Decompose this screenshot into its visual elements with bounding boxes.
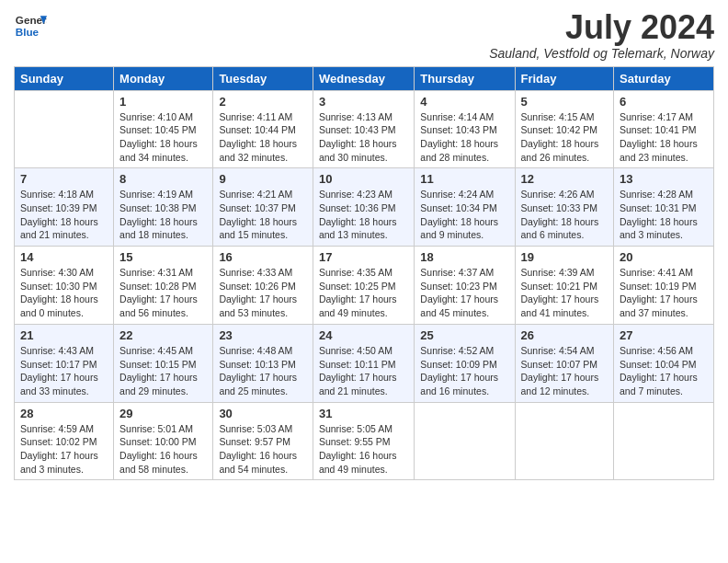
day-number: 8	[119, 172, 207, 186]
day-info: Sunrise: 4:41 AMSunset: 10:19 PMDaylight…	[620, 266, 708, 320]
calendar-cell: 20Sunrise: 4:41 AMSunset: 10:19 PMDaylig…	[614, 247, 714, 325]
calendar-cell	[415, 402, 515, 480]
calendar-header-row: SundayMondayTuesdayWednesdayThursdayFrid…	[15, 66, 714, 90]
day-info: Sunrise: 5:01 AMSunset: 10:00 PMDaylight…	[119, 422, 207, 477]
calendar-cell: 25Sunrise: 4:52 AMSunset: 10:09 PMDaylig…	[415, 324, 515, 402]
calendar-cell: 23Sunrise: 4:48 AMSunset: 10:13 PMDaylig…	[213, 324, 313, 402]
title-area: July 2024 Sauland, Vestfold og Telemark,…	[489, 9, 714, 61]
calendar-cell: 12Sunrise: 4:26 AMSunset: 10:33 PMDaylig…	[515, 168, 614, 247]
calendar-cell	[515, 402, 614, 480]
day-info: Sunrise: 4:43 AMSunset: 10:17 PMDaylight…	[20, 344, 108, 398]
calendar-cell: 19Sunrise: 4:39 AMSunset: 10:21 PMDaylig…	[515, 247, 614, 325]
month-title: July 2024	[489, 9, 714, 46]
day-number: 24	[319, 328, 408, 342]
calendar-header-tuesday: Tuesday	[213, 66, 313, 90]
calendar-cell: 26Sunrise: 4:54 AMSunset: 10:07 PMDaylig…	[515, 324, 614, 402]
day-info: Sunrise: 4:50 AMSunset: 10:11 PMDaylight…	[319, 344, 408, 398]
calendar-cell: 22Sunrise: 4:45 AMSunset: 10:15 PMDaylig…	[114, 324, 213, 402]
day-number: 28	[20, 407, 108, 420]
day-info: Sunrise: 4:11 AMSunset: 10:44 PMDaylight…	[219, 110, 307, 165]
day-number: 10	[319, 172, 408, 186]
calendar-cell: 2Sunrise: 4:11 AMSunset: 10:44 PMDayligh…	[213, 90, 313, 168]
calendar-header-thursday: Thursday	[415, 66, 515, 90]
day-info: Sunrise: 4:52 AMSunset: 10:09 PMDaylight…	[420, 344, 508, 398]
day-number: 17	[319, 250, 408, 264]
calendar-cell: 7Sunrise: 4:18 AMSunset: 10:39 PMDayligh…	[15, 168, 114, 247]
day-number: 25	[420, 328, 508, 342]
day-info: Sunrise: 4:17 AMSunset: 10:41 PMDaylight…	[620, 110, 708, 165]
calendar-cell: 17Sunrise: 4:35 AMSunset: 10:25 PMDaylig…	[313, 247, 414, 325]
day-info: Sunrise: 4:39 AMSunset: 10:21 PMDaylight…	[521, 266, 609, 320]
day-info: Sunrise: 4:14 AMSunset: 10:43 PMDaylight…	[420, 110, 508, 165]
calendar-cell: 30Sunrise: 5:03 AMSunset: 9:57 PMDayligh…	[213, 402, 313, 480]
calendar-cell: 5Sunrise: 4:15 AMSunset: 10:42 PMDayligh…	[515, 90, 614, 168]
day-number: 19	[521, 250, 609, 264]
svg-text:Blue: Blue	[16, 26, 40, 38]
calendar-cell	[15, 90, 114, 168]
day-number: 27	[620, 328, 708, 342]
calendar-header-monday: Monday	[114, 66, 213, 90]
day-number: 16	[219, 250, 307, 264]
day-info: Sunrise: 4:13 AMSunset: 10:43 PMDaylight…	[319, 110, 408, 165]
day-info: Sunrise: 5:03 AMSunset: 9:57 PMDaylight:…	[219, 422, 307, 477]
day-info: Sunrise: 4:30 AMSunset: 10:30 PMDaylight…	[20, 266, 108, 320]
day-number: 13	[620, 172, 708, 186]
day-info: Sunrise: 4:26 AMSunset: 10:33 PMDaylight…	[521, 188, 609, 242]
calendar-cell: 14Sunrise: 4:30 AMSunset: 10:30 PMDaylig…	[15, 247, 114, 325]
day-number: 2	[219, 95, 307, 109]
day-number: 31	[319, 407, 408, 420]
calendar-week-1: 1Sunrise: 4:10 AMSunset: 10:45 PMDayligh…	[15, 90, 714, 168]
day-info: Sunrise: 4:10 AMSunset: 10:45 PMDaylight…	[119, 110, 207, 165]
day-info: Sunrise: 4:21 AMSunset: 10:37 PMDaylight…	[219, 188, 307, 242]
day-number: 30	[219, 407, 307, 420]
calendar-header-sunday: Sunday	[15, 66, 114, 90]
day-info: Sunrise: 4:28 AMSunset: 10:31 PMDaylight…	[620, 188, 708, 242]
day-number: 6	[620, 95, 708, 109]
day-number: 5	[521, 95, 609, 109]
day-number: 7	[20, 172, 108, 186]
calendar-cell: 18Sunrise: 4:37 AMSunset: 10:23 PMDaylig…	[415, 247, 515, 325]
calendar-header-wednesday: Wednesday	[313, 66, 414, 90]
day-info: Sunrise: 4:56 AMSunset: 10:04 PMDaylight…	[620, 344, 708, 398]
day-info: Sunrise: 4:37 AMSunset: 10:23 PMDaylight…	[420, 266, 508, 320]
day-number: 3	[319, 95, 408, 109]
calendar-table: SundayMondayTuesdayWednesdayThursdayFrid…	[14, 66, 714, 481]
day-number: 22	[119, 328, 207, 342]
calendar-week-4: 21Sunrise: 4:43 AMSunset: 10:17 PMDaylig…	[15, 324, 714, 402]
day-info: Sunrise: 4:35 AMSunset: 10:25 PMDaylight…	[319, 266, 408, 320]
day-number: 26	[521, 328, 609, 342]
calendar-cell: 11Sunrise: 4:24 AMSunset: 10:34 PMDaylig…	[415, 168, 515, 247]
calendar-cell: 31Sunrise: 5:05 AMSunset: 9:55 PMDayligh…	[313, 402, 414, 480]
subtitle: Sauland, Vestfold og Telemark, Norway	[489, 46, 714, 61]
day-info: Sunrise: 4:31 AMSunset: 10:28 PMDaylight…	[119, 266, 207, 320]
day-number: 29	[119, 407, 207, 420]
day-info: Sunrise: 4:33 AMSunset: 10:26 PMDaylight…	[219, 266, 307, 320]
calendar-header-friday: Friday	[515, 66, 614, 90]
calendar-header-saturday: Saturday	[614, 66, 714, 90]
calendar-week-2: 7Sunrise: 4:18 AMSunset: 10:39 PMDayligh…	[15, 168, 714, 247]
calendar-cell: 9Sunrise: 4:21 AMSunset: 10:37 PMDayligh…	[213, 168, 313, 247]
calendar-cell: 21Sunrise: 4:43 AMSunset: 10:17 PMDaylig…	[15, 324, 114, 402]
calendar-cell: 28Sunrise: 4:59 AMSunset: 10:02 PMDaylig…	[15, 402, 114, 480]
logo-icon: General Blue	[14, 9, 47, 42]
day-info: Sunrise: 4:24 AMSunset: 10:34 PMDaylight…	[420, 188, 508, 242]
day-number: 1	[119, 95, 207, 109]
day-info: Sunrise: 5:05 AMSunset: 9:55 PMDaylight:…	[319, 422, 408, 477]
day-number: 9	[219, 172, 307, 186]
calendar-cell: 8Sunrise: 4:19 AMSunset: 10:38 PMDayligh…	[114, 168, 213, 247]
calendar-cell: 24Sunrise: 4:50 AMSunset: 10:11 PMDaylig…	[313, 324, 414, 402]
day-info: Sunrise: 4:23 AMSunset: 10:36 PMDaylight…	[319, 188, 408, 242]
calendar-cell	[614, 402, 714, 480]
day-number: 21	[20, 328, 108, 342]
calendar-cell: 4Sunrise: 4:14 AMSunset: 10:43 PMDayligh…	[415, 90, 515, 168]
day-number: 4	[420, 95, 508, 109]
calendar-cell: 16Sunrise: 4:33 AMSunset: 10:26 PMDaylig…	[213, 247, 313, 325]
calendar-cell: 13Sunrise: 4:28 AMSunset: 10:31 PMDaylig…	[614, 168, 714, 247]
day-number: 23	[219, 328, 307, 342]
calendar-week-5: 28Sunrise: 4:59 AMSunset: 10:02 PMDaylig…	[15, 402, 714, 480]
calendar-cell: 10Sunrise: 4:23 AMSunset: 10:36 PMDaylig…	[313, 168, 414, 247]
day-info: Sunrise: 4:19 AMSunset: 10:38 PMDaylight…	[119, 188, 207, 242]
calendar-cell: 1Sunrise: 4:10 AMSunset: 10:45 PMDayligh…	[114, 90, 213, 168]
day-number: 20	[620, 250, 708, 264]
calendar-week-3: 14Sunrise: 4:30 AMSunset: 10:30 PMDaylig…	[15, 247, 714, 325]
